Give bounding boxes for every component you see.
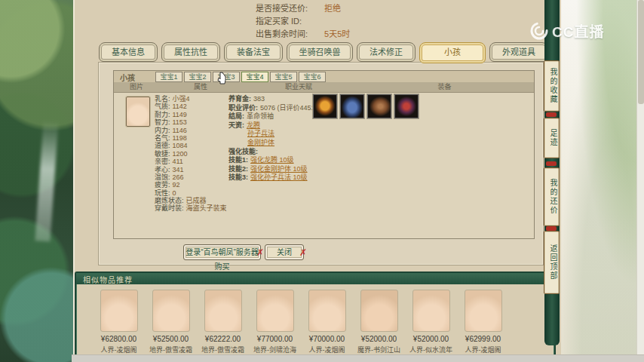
item-server: 人界-凌烟阁 [93, 345, 145, 354]
baby-tab-3[interactable]: 宝宝3 [213, 72, 240, 82]
recommend-item-8[interactable]: ¥62999.00 人界-凌烟阁 [457, 290, 509, 354]
tab-spell-correction[interactable]: 法术修正 [357, 42, 416, 62]
recommend-item-1[interactable]: ¥62800.00 人界-凌烟阁 [93, 290, 145, 354]
bottom-edge-bar [72, 354, 644, 362]
cc-live-logo-text: CC直播 [552, 20, 604, 41]
child-table-header: 图片 属性 职业天赋 装备 [114, 82, 534, 93]
character-portrait [465, 290, 502, 332]
item-price: ¥77000.00 [249, 335, 301, 343]
tab-appearance-items[interactable]: 外观道具 [489, 42, 548, 62]
item-server: 地界-剑啸沧海 [249, 345, 301, 354]
similar-items-list: ¥62800.00 人界-凌烟阁 ¥52500.00 地界-傲雪凌霜 ¥6222… [93, 290, 509, 354]
accept-counter-offer-row: 是否接受还价: 拒绝 [256, 2, 350, 14]
talent-skill-link[interactable]: 金刚护体 [247, 139, 274, 146]
ribbon-knot-icon [546, 112, 557, 117]
armor-item-icon[interactable] [394, 94, 419, 118]
stat-row: 玩性:0 [155, 189, 227, 197]
column-image: 图片 [114, 82, 159, 92]
stat-row: 亲密:411 [155, 158, 227, 165]
baby-tabs: 宝宝1 宝宝2 宝宝3 宝宝4 宝宝5 宝宝6 [155, 72, 326, 82]
item-price: ¥70000.00 [301, 335, 353, 343]
forest-background [0, 0, 73, 362]
baby-tab-1[interactable]: 宝宝1 [155, 72, 182, 82]
buyer-id-row: 指定买家 ID: [256, 14, 350, 27]
staff-item-icon[interactable] [367, 94, 391, 118]
column-profession-talent: 职业天赋 [242, 82, 355, 92]
profession-score-row: 职业评价:5076 (日评价4451) [228, 104, 317, 113]
tab-attributes-resistance[interactable]: 属性抗性 [161, 42, 220, 62]
child-avatar [126, 97, 150, 127]
similar-items-title: 相似物品推荐 [83, 274, 133, 285]
item-price: ¥52500.00 [145, 335, 197, 343]
character-portrait [308, 290, 346, 332]
tab-basic-info[interactable]: 基本信息 [99, 42, 158, 62]
recommend-item-7[interactable]: ¥52000.00 人界-似水流年 [405, 290, 457, 354]
similar-items-panel: 相似物品推荐 ¥62800.00 人界-凌烟阁 ¥52500.00 地界-傲雪凌… [75, 272, 556, 359]
item-server: 地界-傲雪凌霜 [145, 345, 197, 354]
sidebar-item-my-favorites[interactable]: 我的收藏 [544, 60, 560, 112]
close-button[interactable]: 关闭 ✗ [265, 244, 304, 260]
stat-row: 名气:1198 [155, 134, 227, 142]
robe-item-icon[interactable] [340, 94, 364, 118]
skill-row: 技能3:强化孙子兵法 10级 [228, 173, 317, 183]
character-portrait [204, 290, 242, 332]
stat-row: 道德:1084 [155, 142, 227, 149]
stat-row: 耐力:1149 [155, 111, 227, 118]
item-server: 地界-傲雪凌霜 [197, 345, 249, 354]
item-price: ¥52000.00 [405, 335, 457, 343]
stat-row: 磨炼状态:已成器 [155, 197, 227, 204]
character-portrait [152, 290, 190, 332]
cc-swirl-icon [529, 21, 549, 41]
talent-skill-link[interactable]: 孙子兵法 [247, 130, 274, 137]
seal-x-icon: ✗ [256, 246, 264, 260]
hat-item-icon[interactable] [313, 94, 337, 118]
sidebar-item-footprints[interactable]: 足迹 [544, 118, 560, 158]
stat-row: 智力:1153 [155, 118, 227, 126]
sidebar-item-my-counter-offers[interactable]: 我的还价 [544, 167, 560, 226]
recommend-item-2[interactable]: ¥52500.00 地界-傲雪凌霜 [145, 290, 197, 354]
ending-row: 结局:革命领袖 [228, 112, 317, 121]
recommend-item-5[interactable]: ¥70000.00 人界-凌烟阁 [301, 290, 353, 354]
character-portrait [412, 290, 450, 332]
scrollbar-thumb[interactable] [638, 0, 644, 104]
recommend-item-3[interactable]: ¥62222.00 地界-傲雪凌霜 [197, 290, 249, 354]
character-portrait [360, 290, 398, 332]
time-left-value: 5天5时 [324, 29, 350, 38]
character-portrait [256, 290, 294, 332]
recommend-item-6[interactable]: ¥52000.00 魔界-书剑江山 [353, 290, 405, 354]
baby-tab-5[interactable]: 宝宝5 [270, 72, 297, 82]
baby-tab-4[interactable]: 宝宝4 [241, 72, 268, 82]
skill-link[interactable]: 强化金刚护体 10级 [250, 165, 308, 173]
baby-tab-6[interactable]: 宝宝6 [299, 72, 326, 82]
buyer-id-label: 指定买家 ID: [256, 14, 322, 26]
tab-child[interactable]: 小孩 [419, 42, 486, 63]
skill-link[interactable]: 强化孙子兵法 10级 [250, 173, 308, 181]
character-portrait [100, 290, 138, 332]
tab-equipment-treasure[interactable]: 装备法宝 [224, 42, 283, 62]
sidebar-item-back-to-top[interactable]: 返回顶部 [544, 231, 560, 294]
cc-live-logo: CC直播 [529, 20, 604, 41]
child-talent-column: 养育金:383 职业评价:5076 (日评价4451) 结局:革命领袖 天资:龙… [228, 95, 317, 183]
recommend-item-4[interactable]: ¥77000.00 地界-剑啸沧海 [249, 290, 301, 354]
stat-row: 乳名:小强4 [155, 95, 227, 103]
column-equipment: 装备 [355, 82, 534, 92]
talent-row: 金刚护体 [228, 139, 317, 148]
skill-row: 技能1:强化龙腾 10级 [228, 156, 317, 165]
child-equipment-slots [313, 94, 419, 118]
child-stats-list: 乳名:小强4 气质:1142 耐力:1149 智力:1153 内力:1146 名… [155, 95, 227, 213]
ribbon-knot-icon [546, 161, 557, 166]
tab-mount-summon[interactable]: 坐骑召唤兽 [287, 42, 353, 62]
baby-tab-2[interactable]: 宝宝2 [184, 72, 211, 82]
vertical-scrollbar[interactable] [636, 0, 644, 362]
seal-x-icon: ✗ [299, 246, 307, 260]
similar-items-header: 相似物品推荐 [76, 273, 554, 284]
login-server-buy-button[interactable]: 登录“百鸟朝凤”服务器购买 ✗ [183, 244, 261, 260]
enhanced-skills-label-row: 强化技能: [228, 148, 317, 157]
talent-skill-link[interactable]: 龙腾 [247, 121, 260, 129]
item-server: 人界-凌烟阁 [301, 345, 353, 354]
skill-link[interactable]: 强化龙腾 10级 [250, 156, 294, 164]
stat-row: 温饱:266 [155, 173, 227, 181]
child-panel-title: 小孩 [120, 72, 135, 83]
waterfall-decoration [35, 120, 58, 241]
item-server: 魔界-书剑江山 [353, 345, 405, 354]
